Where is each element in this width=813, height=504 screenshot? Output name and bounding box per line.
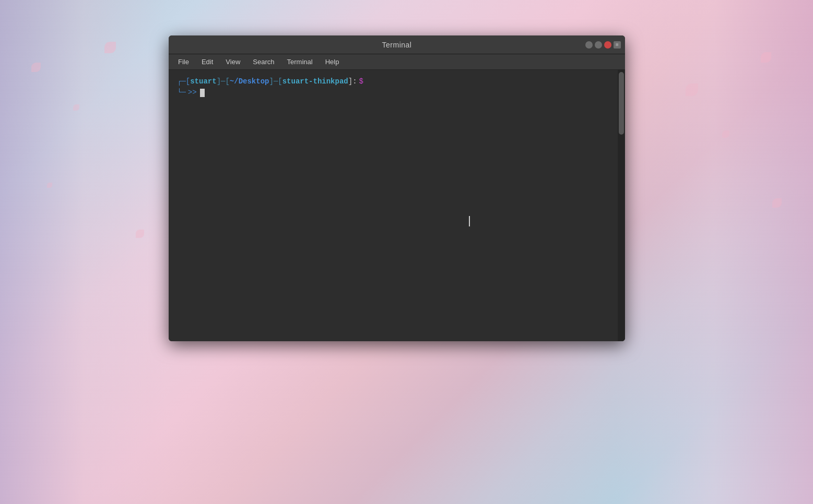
prompt-dollar: $: [359, 76, 363, 87]
menu-help[interactable]: Help: [320, 56, 345, 68]
title-bar: Terminal − □ × ≡: [169, 35, 625, 54]
menu-search[interactable]: Search: [248, 56, 279, 68]
menu-button[interactable]: ≡: [614, 41, 621, 49]
prompt-sep2: ]─[: [269, 76, 282, 87]
prompt-username: stuart: [190, 76, 216, 87]
prompt-path: ~/Desktop: [230, 76, 269, 87]
terminal-window: Terminal − □ × ≡ File Edit View Search T…: [169, 35, 625, 341]
menu-view[interactable]: View: [220, 56, 245, 68]
blossom-5: [136, 230, 144, 238]
maximize-button[interactable]: □: [595, 41, 602, 49]
maximize-icon: □: [597, 42, 600, 47]
blossom-8: [772, 198, 782, 208]
close-icon: ×: [607, 42, 609, 47]
menu-edit[interactable]: Edit: [196, 56, 218, 68]
prompt-indent: └─: [177, 87, 186, 98]
close-button[interactable]: ×: [604, 41, 611, 49]
menu-icon: ≡: [616, 42, 619, 47]
blossom-3: [104, 42, 116, 53]
prompt-arrow: >>: [188, 87, 197, 98]
minimize-icon: −: [588, 42, 591, 47]
prompt-line-2: └─ >>: [177, 87, 617, 98]
prompt-line-1: ┌─[ stuart ]─[ ~/Desktop ]─[ stuart-thin…: [177, 76, 617, 87]
menu-file[interactable]: File: [173, 56, 194, 68]
terminal-cursor: [200, 89, 205, 97]
menu-terminal[interactable]: Terminal: [282, 56, 318, 68]
window-title: Terminal: [382, 41, 412, 49]
menu-bar: File Edit View Search Terminal Help: [169, 54, 625, 70]
blossom-4: [47, 183, 52, 188]
bg-left-trees: [0, 0, 167, 504]
blossom-1: [31, 63, 41, 72]
bg-right-trees: [615, 0, 813, 504]
blossom-9: [686, 83, 698, 96]
prompt-open-bracket: ┌─[: [177, 76, 190, 87]
blossom-7: [722, 130, 729, 138]
text-cursor-ibeam: [469, 216, 470, 226]
window-controls-right: − □ × ≡: [585, 41, 621, 49]
minimize-button[interactable]: −: [585, 41, 593, 49]
prompt-close-bracket: ]:: [348, 76, 357, 87]
scrollbar[interactable]: [618, 70, 625, 341]
terminal-content[interactable]: ┌─[ stuart ]─[ ~/Desktop ]─[ stuart-thin…: [169, 70, 625, 341]
scrollbar-thumb[interactable]: [619, 72, 624, 135]
blossom-6: [761, 52, 771, 63]
prompt-sep1: ]─[: [217, 76, 230, 87]
blossom-2: [73, 104, 79, 111]
prompt-hostname: stuart-thinkpad: [282, 76, 348, 87]
